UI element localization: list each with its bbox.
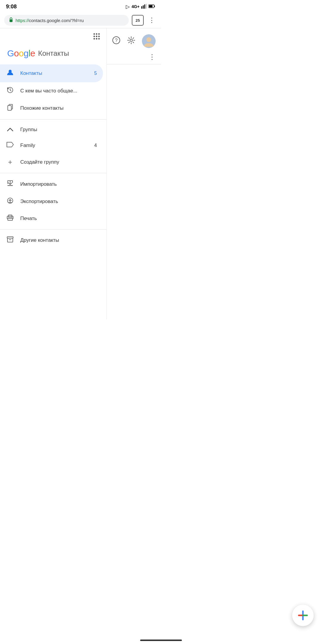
address-bar[interactable]: https://contacts.google.com/?hl=ru: [4, 15, 129, 26]
person-icon: [6, 69, 14, 78]
contacts-label: Контакты: [20, 70, 88, 76]
export-label: Экспортировать: [20, 199, 97, 205]
import-label: Импортировать: [20, 181, 97, 187]
groups-label: Группы: [20, 127, 37, 133]
google-apps-icon[interactable]: [93, 32, 100, 42]
signal-text: 4G+: [131, 4, 140, 9]
svg-point-13: [98, 36, 100, 37]
nav-item-import[interactable]: Импортировать: [0, 176, 103, 193]
family-badge: 4: [94, 143, 97, 148]
frequent-label: С кем вы часто общае...: [20, 88, 97, 94]
divider-3: [0, 229, 106, 230]
print-label: Печать: [20, 216, 97, 222]
create-group-label: Создайте группу: [20, 159, 97, 165]
contacts-badge: 5: [94, 71, 97, 76]
export-icon: [6, 197, 14, 206]
status-icons: ▷ 4G+: [126, 4, 155, 10]
tab-button[interactable]: 25: [132, 15, 144, 26]
signal-bars-icon: [141, 4, 147, 10]
sidebar-topbar: [0, 28, 106, 47]
status-bar: 9:08 ▷ 4G+: [0, 0, 161, 13]
label-icon: [6, 141, 14, 150]
right-more-area: ⋮: [107, 51, 161, 63]
svg-point-9: [96, 33, 97, 35]
svg-point-10: [98, 33, 100, 35]
svg-point-26: [12, 217, 13, 218]
similar-label: Похожие контакты: [20, 105, 97, 111]
import-icon: [6, 180, 14, 189]
right-panel: ? ⋮: [107, 28, 161, 319]
svg-rect-24: [8, 219, 13, 220]
svg-rect-6: [149, 5, 153, 7]
sidebar: Google Контакты Контакты 5 С кем вы част…: [0, 28, 107, 319]
divider-1: [0, 119, 106, 120]
nav-item-create-group[interactable]: + Создайте группу: [0, 154, 103, 171]
nav-item-print[interactable]: Печать: [0, 210, 103, 227]
nav-item-contacts[interactable]: Контакты 5: [0, 64, 103, 82]
chevron-up-icon: [6, 126, 14, 133]
svg-rect-7: [10, 19, 13, 22]
app-area: Google Контакты Контакты 5 С кем вы част…: [0, 28, 161, 319]
nav-item-similar[interactable]: Похожие контакты: [0, 100, 103, 117]
groups-section-header[interactable]: Группы: [0, 122, 106, 137]
svg-rect-5: [154, 6, 155, 7]
svg-rect-27: [7, 237, 13, 238]
svg-point-11: [94, 36, 95, 37]
svg-rect-1: [143, 5, 144, 9]
svg-rect-21: [8, 106, 11, 110]
help-icon[interactable]: ?: [112, 36, 120, 46]
url-host: contacts.google.com: [29, 18, 70, 23]
nav-item-family[interactable]: Family 4: [0, 137, 103, 154]
battery-icon: [148, 4, 155, 9]
svg-point-12: [96, 36, 97, 37]
add-icon: +: [6, 158, 14, 166]
app-title: Контакты: [38, 49, 69, 58]
divider-2: [0, 173, 106, 173]
logo-area: Google Контакты: [0, 47, 106, 64]
nav-item-frequent[interactable]: С кем вы часто общае...: [0, 82, 103, 100]
print-icon: [6, 214, 14, 223]
nav-item-other-contacts[interactable]: Другие контакты: [0, 232, 103, 249]
svg-point-14: [94, 38, 95, 40]
svg-point-15: [96, 38, 97, 40]
url-path: /?hl=ru: [70, 18, 84, 23]
svg-rect-0: [141, 6, 142, 9]
svg-rect-3: [146, 4, 147, 9]
notification-icon: ▷: [126, 4, 130, 10]
avatar[interactable]: [142, 34, 156, 48]
tab-count: 25: [136, 18, 140, 23]
settings-icon[interactable]: [127, 36, 135, 46]
svg-rect-22: [7, 185, 13, 186]
url-green: https://: [16, 18, 29, 23]
browser-bar: https://contacts.google.com/?hl=ru 25 ⋮: [0, 13, 161, 28]
copy-icon: [6, 104, 14, 113]
archive-icon: [6, 236, 14, 244]
browser-more-button[interactable]: ⋮: [147, 15, 157, 25]
svg-point-30: [130, 39, 132, 41]
svg-point-32: [146, 37, 151, 42]
nav-item-export[interactable]: Экспортировать: [0, 193, 103, 210]
status-time: 9:08: [6, 4, 17, 10]
svg-rect-2: [144, 4, 145, 9]
right-topbar: ?: [107, 31, 161, 51]
family-label: Family: [20, 143, 88, 148]
right-divider: [107, 64, 161, 64]
svg-point-16: [98, 38, 100, 40]
svg-text:?: ?: [115, 38, 118, 43]
history-icon: [6, 86, 14, 95]
lock-icon: [9, 17, 13, 23]
url-text: https://contacts.google.com/?hl=ru: [16, 18, 84, 23]
other-contacts-label: Другие контакты: [20, 237, 97, 243]
more-options-icon[interactable]: ⋮: [148, 53, 156, 61]
svg-point-8: [94, 33, 95, 35]
google-logo: Google: [7, 48, 35, 58]
